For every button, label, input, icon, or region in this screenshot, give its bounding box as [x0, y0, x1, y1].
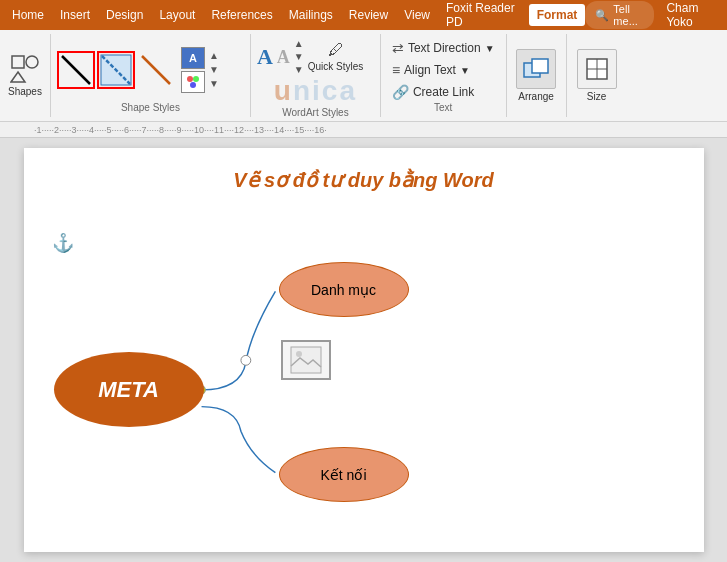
wa-scroll-up[interactable]: ▲: [294, 38, 304, 49]
wordart-A-gray[interactable]: A: [277, 48, 290, 66]
text-direction-icon: ⇄: [392, 40, 404, 56]
menu-review[interactable]: Review: [341, 4, 396, 26]
menu-layout[interactable]: Layout: [151, 4, 203, 26]
meta-ellipse: META: [54, 352, 204, 427]
text-group: ⇄ Text Direction ▼ ≡ Align Text ▼ 🔗 Crea…: [381, 34, 507, 117]
shapes-button[interactable]: Shapes: [8, 54, 42, 97]
wordart-content: A A ▲ ▼ ▼ 🖊 Quick Styles: [257, 38, 374, 75]
scroll-down[interactable]: ▼: [209, 63, 219, 77]
quick-styles-icon: 🖊: [328, 41, 344, 59]
tell-me-text: Tell me...: [613, 3, 644, 27]
svg-point-1: [26, 56, 38, 68]
align-text-arrow: ▼: [460, 65, 470, 76]
align-text-button[interactable]: ≡ Align Text ▼: [389, 60, 498, 80]
menu-design[interactable]: Design: [98, 4, 151, 26]
shape-styles-group: A ▲ ▼ ▼ Shape Styles: [51, 34, 251, 117]
text-direction-arrow: ▼: [485, 43, 495, 54]
menu-home[interactable]: Home: [4, 4, 52, 26]
svg-point-9: [190, 82, 196, 88]
wordart-scroll: ▲ ▼ ▼: [294, 38, 304, 75]
arrange-icon: [516, 49, 556, 89]
anchor-icon: ⚓: [52, 232, 74, 254]
svg-rect-0: [12, 56, 24, 68]
svg-point-8: [193, 76, 199, 82]
tell-me-box[interactable]: 🔍 Tell me...: [585, 1, 654, 29]
unica-logo: unica: [257, 75, 374, 107]
svg-line-3: [62, 56, 90, 84]
text-dir-content: ⇄ Text Direction ▼ ≡ Align Text ▼ 🔗 Crea…: [389, 38, 498, 102]
scroll-up[interactable]: ▲: [209, 49, 219, 63]
shapes-label: Shapes: [8, 86, 42, 97]
size-button[interactable]: Size: [577, 49, 617, 102]
search-icon: 🔍: [595, 9, 609, 22]
svg-rect-17: [291, 347, 321, 373]
menu-mailings[interactable]: Mailings: [281, 4, 341, 26]
wa-scroll-down[interactable]: ▼: [294, 51, 304, 62]
text-direction-label: Text Direction: [408, 41, 481, 55]
doc-title: Vẽ sơ đồ tư duy bằng Word: [44, 168, 684, 192]
unica-text: unica: [274, 75, 357, 107]
shapes-group: Shapes: [0, 34, 51, 117]
size-icon: [577, 49, 617, 89]
svg-marker-2: [11, 72, 25, 82]
text-group-label: Text: [389, 102, 498, 113]
shape-styles-label: Shape Styles: [57, 102, 244, 113]
scroll-expand[interactable]: ▼: [209, 77, 219, 91]
shape-style-3[interactable]: [137, 51, 175, 89]
image-placeholder: [281, 340, 331, 380]
align-text-label: Align Text: [404, 63, 456, 77]
text-direction-button[interactable]: ⇄ Text Direction ▼: [389, 38, 498, 58]
create-link-icon: 🔗: [392, 84, 409, 100]
arrange-group: Arrange: [507, 34, 567, 117]
size-group: Size: [567, 34, 627, 117]
ribbon: Shapes A: [0, 30, 727, 122]
menu-right: 🔍 Tell me... Cham Yoko: [585, 1, 723, 29]
arrange-label: Arrange: [518, 91, 554, 102]
ruler-text: ·1·····2·····3·····4·····5·····6·····7··…: [34, 125, 327, 135]
shape-style-2[interactable]: [97, 51, 135, 89]
menu-view[interactable]: View: [396, 4, 438, 26]
shape-styles-content: A ▲ ▼ ▼: [57, 38, 244, 102]
create-link-label: Create Link: [413, 85, 474, 99]
svg-point-15: [240, 355, 250, 365]
ket-noi-ellipse: Kết nối: [279, 447, 409, 502]
size-label: Size: [587, 91, 606, 102]
wordart-A-blue[interactable]: A: [257, 46, 273, 68]
ruler: ·1·····2·····3·····4·····5·····6·····7··…: [0, 122, 727, 138]
danh-muc-ellipse: Danh mục: [279, 262, 409, 317]
danh-muc-label: Danh mục: [311, 282, 376, 298]
quick-styles-button[interactable]: 🖊 Quick Styles: [308, 41, 364, 72]
main-area: ·1·····2·····3·····4·····5·····6·····7··…: [0, 122, 727, 562]
wordart-styles-group: A A ▲ ▼ ▼ 🖊 Quick Styles unica WordArt S…: [251, 34, 381, 117]
wa-scroll-expand[interactable]: ▼: [294, 64, 304, 75]
doc-page: Vẽ sơ đồ tư duy bằng Word ⚓: [24, 148, 704, 552]
menu-insert[interactable]: Insert: [52, 4, 98, 26]
create-link-button[interactable]: 🔗 Create Link: [389, 82, 498, 102]
arrange-button[interactable]: Arrange: [516, 49, 556, 102]
quick-styles-label: Quick Styles: [308, 61, 364, 72]
ket-noi-label: Kết nối: [320, 467, 366, 483]
align-text-icon: ≡: [392, 62, 400, 78]
svg-rect-11: [532, 59, 548, 73]
mindmap: ⚓ META: [44, 222, 684, 542]
menu-foxit[interactable]: Foxit Reader PD: [438, 0, 529, 33]
menu-bar: Home Insert Design Layout References Mai…: [0, 0, 727, 30]
svg-point-18: [296, 351, 302, 357]
wordart-styles-label: WordArt Styles: [257, 107, 374, 118]
menu-format[interactable]: Format: [529, 4, 586, 26]
color-picker-button[interactable]: A: [181, 47, 205, 93]
svg-point-7: [187, 76, 193, 82]
shape-styles-scroll: ▲ ▼ ▼: [209, 49, 219, 91]
user-name[interactable]: Cham Yoko: [658, 1, 723, 29]
wordart-icon-gray: A: [277, 48, 290, 66]
wordart-icon-blue: A: [257, 46, 273, 68]
meta-label: META: [98, 377, 159, 403]
svg-line-6: [142, 56, 170, 84]
menu-references[interactable]: References: [203, 4, 280, 26]
doc-content: Vẽ sơ đồ tư duy bằng Word ⚓: [24, 148, 704, 536]
doc-area: Vẽ sơ đồ tư duy bằng Word ⚓: [0, 138, 727, 562]
shape-style-1[interactable]: [57, 51, 95, 89]
